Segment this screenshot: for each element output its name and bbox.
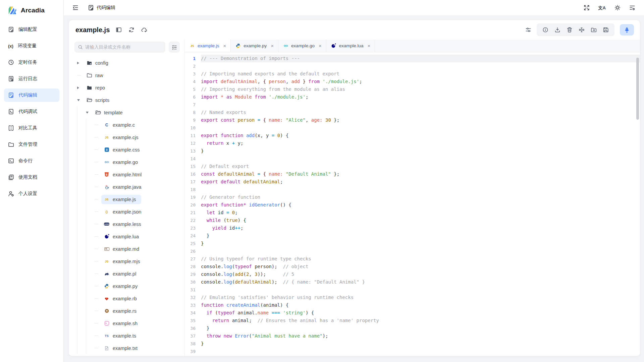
- tree-item-example.css[interactable]: 3example.css: [74, 143, 180, 156]
- sidebar-item-user-docs[interactable]: 使用文档: [4, 171, 59, 184]
- code-line: 17export default defaultAnimal;: [185, 178, 640, 186]
- sidebar-item-env-vars[interactable]: (x)环境变量: [4, 39, 59, 53]
- sync-icon[interactable]: [128, 27, 135, 33]
- tree-item-raw[interactable]: raw: [74, 69, 180, 81]
- sh-file-icon: >_: [104, 320, 110, 326]
- translate-icon[interactable]: 文A: [598, 6, 606, 10]
- tree-item-label: example.java: [113, 184, 141, 190]
- code-line: 9export const person = { name: "Alice", …: [185, 116, 640, 124]
- split-panel-icon[interactable]: [116, 27, 122, 33]
- fullscreen-icon[interactable]: [584, 5, 590, 11]
- tree-caret-icon[interactable]: [77, 62, 79, 64]
- sliders-icon[interactable]: [525, 27, 531, 33]
- sidebar-item-label: 环境变量: [18, 43, 37, 49]
- tree-item-label: template: [104, 110, 123, 115]
- tree-item-example.lua[interactable]: example.lua: [74, 230, 180, 243]
- code-line: 18: [185, 186, 640, 193]
- collapse-sidebar-icon[interactable]: [72, 5, 78, 11]
- tree-item-example.cjs[interactable]: JSexample.cjs: [74, 131, 180, 143]
- close-tab-icon[interactable]: ×: [271, 43, 274, 48]
- editor-tab-example.py[interactable]: example.py×: [231, 40, 278, 52]
- cloud-upload-icon[interactable]: [141, 27, 147, 33]
- tree-caret-icon[interactable]: [77, 99, 80, 101]
- run-rocket-button[interactable]: [620, 24, 634, 36]
- line-number: 29: [185, 270, 201, 278]
- close-tab-icon[interactable]: ×: [367, 43, 370, 48]
- tree-caret-icon[interactable]: [77, 86, 79, 89]
- theme-icon[interactable]: [614, 5, 621, 11]
- arcadia-logo-icon: [7, 5, 17, 15]
- editor-tab-example.lua[interactable]: example.lua×: [326, 40, 375, 52]
- tree-item-scripts[interactable]: scripts: [74, 94, 180, 106]
- tree-filter-button[interactable]: [169, 42, 180, 53]
- editor-card: example.js: [69, 20, 640, 356]
- search-icon: [78, 45, 83, 50]
- sidebar-item-compare-tool[interactable]: 对比工具: [4, 121, 59, 135]
- tree-item-label: example.rb: [113, 296, 137, 301]
- line-number: 12: [185, 139, 201, 147]
- folder-move-button[interactable]: [588, 23, 600, 36]
- editor-tab-label: example.js: [198, 43, 219, 48]
- tool-group: [537, 23, 614, 36]
- sidebar-item-file-manage[interactable]: 文件管理: [4, 138, 59, 151]
- editor-scrollbar[interactable]: [636, 58, 639, 120]
- tree-item-example.json[interactable]: {}example.json: [74, 205, 180, 218]
- tree-item-example.go[interactable]: GOexample.go: [74, 156, 180, 168]
- line-number: 18: [185, 186, 201, 193]
- sidebar-item-scheduled-tasks[interactable]: 定时任务: [4, 56, 59, 69]
- sidebar-item-run-logs[interactable]: 运行日志: [4, 72, 59, 85]
- less-file-icon: LESS: [104, 221, 110, 227]
- tree-item-example.html[interactable]: 5example.html: [74, 168, 180, 181]
- display-settings-icon[interactable]: [629, 5, 635, 11]
- lua-file-icon: [331, 43, 337, 49]
- code-edit-tab-icon: [88, 5, 94, 11]
- tree-item-template[interactable]: template: [74, 106, 180, 119]
- pl-file-icon: [104, 271, 110, 277]
- tree-item-example.pl[interactable]: example.pl: [74, 267, 180, 280]
- tree-item-config[interactable]: config: [74, 57, 180, 69]
- close-tab-icon[interactable]: ×: [223, 43, 226, 48]
- code-area: 1// --- Demonstration of imports ---23//…: [185, 52, 640, 356]
- search-input[interactable]: [85, 45, 162, 50]
- sidebar-item-command-line[interactable]: 命令行: [4, 154, 59, 168]
- line-number: 14: [185, 155, 201, 163]
- rename-button[interactable]: [576, 23, 588, 36]
- line-number: 28: [185, 263, 201, 270]
- close-tab-icon[interactable]: ×: [319, 43, 322, 48]
- tree-item-label: example.lua: [113, 234, 139, 239]
- download-button[interactable]: [551, 23, 564, 36]
- tree-item-example.md[interactable]: M↓example.md: [74, 243, 180, 255]
- sidebar-item-code-debug[interactable]: 代码调试: [4, 105, 59, 118]
- tree-item-example.mjs[interactable]: JSexample.mjs: [74, 255, 180, 267]
- sidebar-item-edit-config[interactable]: 编辑配置: [4, 23, 59, 36]
- sidebar-item-label: 使用文档: [18, 174, 37, 180]
- tree-item-example.ts[interactable]: TSexample.ts: [74, 329, 180, 342]
- sidebar-item-code-edit[interactable]: 代码编辑: [4, 88, 59, 102]
- line-number: 20: [185, 201, 201, 209]
- tree-item-example.rb[interactable]: example.rb: [74, 292, 180, 305]
- tree-item-example.js[interactable]: JSexample.js: [74, 193, 180, 205]
- tree-item-example.c[interactable]: Cexample.c: [74, 119, 180, 131]
- tree-item-repo[interactable]: repo: [74, 81, 180, 94]
- editor-tab-label: example.py: [244, 43, 267, 48]
- line-number: 35: [185, 317, 201, 324]
- editor-tab-example.js[interactable]: JSexample.js×: [185, 40, 231, 52]
- tree-item-example.sh[interactable]: >_example.sh: [74, 317, 180, 329]
- tree-item-example.java[interactable]: example.java: [74, 181, 180, 193]
- code-line: 11export function add(x, y = 0) {: [185, 132, 640, 139]
- info-button[interactable]: [539, 23, 551, 36]
- tree-item-label: example.css: [113, 147, 140, 153]
- tree-item-example.py[interactable]: example.py: [74, 280, 180, 292]
- tree-caret-icon[interactable]: [86, 112, 89, 114]
- code-line: 39: [185, 348, 640, 355]
- tree-item-label: example.md: [113, 246, 139, 252]
- topbar-tab-code-edit[interactable]: 代码编辑: [88, 5, 115, 11]
- tree-item-example.txt[interactable]: example.txt: [74, 342, 180, 354]
- save-button[interactable]: [600, 23, 612, 36]
- rs-file-icon: R: [104, 308, 110, 314]
- sidebar-item-personal-settings[interactable]: 个人设置: [4, 187, 59, 200]
- tree-item-example.less[interactable]: LESSexample.less: [74, 218, 180, 230]
- editor-tab-example.go[interactable]: GOexample.go×: [278, 40, 326, 52]
- trash-button[interactable]: [564, 23, 576, 36]
- tree-item-example.rs[interactable]: Rexample.rs: [74, 305, 180, 317]
